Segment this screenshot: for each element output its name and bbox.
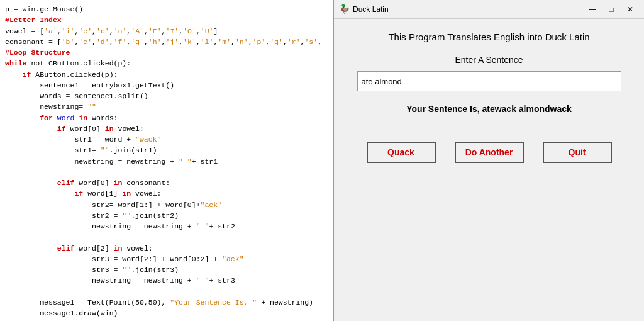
code-line	[5, 167, 328, 177]
code-line: str3 = "".join(str3)	[5, 264, 328, 275]
code-line: #Letter Index	[5, 14, 328, 25]
code-line: if word[1] in vowel:	[5, 188, 328, 199]
app-heading: This Program Translates English into Duc…	[388, 31, 589, 42]
code-line: newstring = newstring + " "+ str3	[5, 275, 328, 286]
code-line: while not CButton.clicked(p):	[5, 58, 328, 69]
code-line	[5, 286, 328, 297]
code-line: #Loop Structure	[5, 47, 328, 58]
window-controls: — □ ✕	[584, 3, 639, 16]
code-line: str2 = "".join(str2)	[5, 210, 328, 221]
app-window: 🦆 Duck Latin — □ ✕ This Program Translat…	[333, 0, 644, 321]
output-text: Your Sentence Is, atewack almondwack	[406, 104, 572, 116]
code-line: words = sentence1.split()	[5, 91, 328, 101]
code-panel: p = win.getMouse() #Letter Index vowel =…	[0, 0, 333, 321]
code-line: sentence1 = entrybox1.getText()	[5, 80, 328, 91]
code-line: newstring = newstring + " "+ str1	[5, 156, 328, 167]
code-line: message1 = Text(Point(50,50), "Your Sent…	[5, 297, 328, 308]
code-line: newstring = newstring + " "+ str2	[5, 221, 328, 232]
sentence-input[interactable]	[357, 71, 621, 91]
maximize-button[interactable]: □	[602, 3, 620, 16]
code-line: for word in words:	[5, 113, 328, 123]
code-line: vowel = ['a','i','e','o','u','A','E','I'…	[5, 26, 328, 37]
code-line: newstring= ""	[5, 101, 328, 112]
quit-button[interactable]: Quit	[543, 142, 612, 163]
code-line	[5, 318, 328, 321]
code-line	[5, 232, 328, 242]
code-line: str1 = word + "wack"	[5, 134, 328, 145]
code-line: str1= "".join(str1)	[5, 145, 328, 155]
window-title: Duck Latin	[353, 5, 584, 14]
quack-button[interactable]: Quack	[367, 142, 436, 163]
close-button[interactable]: ✕	[621, 3, 639, 16]
minimize-button[interactable]: —	[584, 3, 601, 16]
code-line: if AButton.clicked(p):	[5, 69, 328, 80]
code-line: p = win.getMouse()	[5, 4, 328, 14]
app-icon: 🦆	[339, 4, 349, 14]
title-bar: 🦆 Duck Latin — □ ✕	[334, 0, 644, 19]
code-line: str2= word[1:] + word[0]+"ack"	[5, 200, 328, 210]
code-line: str3 = word[2:] + word[0:2] + "ack"	[5, 254, 328, 264]
do-another-button[interactable]: Do Another	[455, 142, 524, 163]
app-content: This Program Translates English into Duc…	[334, 19, 644, 321]
code-line: elif word[0] in consonant:	[5, 177, 328, 188]
code-line: elif word[2] in vowel:	[5, 243, 328, 254]
button-row: Quack Do Another Quit	[367, 142, 612, 163]
code-line: consonant = ['b','c','d','f','g','h','j'…	[5, 37, 328, 47]
input-label: Enter A Sentence	[455, 55, 523, 65]
code-line: message1.draw(win)	[5, 308, 328, 318]
code-line: if word[0] in vowel:	[5, 123, 328, 134]
